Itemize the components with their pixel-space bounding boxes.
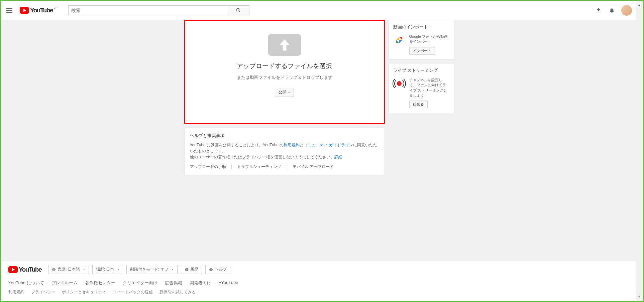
import-title: 動画のインポート — [393, 24, 449, 30]
import-card: 動画のインポート Google フォトから動画をインポート — [388, 20, 454, 60]
footer-primary-links: YouTube について プレスルーム 著作権センター クリエイター向け 広告掲… — [8, 280, 630, 286]
live-stream-icon — [393, 78, 405, 90]
terms-footer-link[interactable]: 利用規約 — [8, 289, 24, 295]
upload-subtitle: または動画ファイルをドラッグ＆ドロップします — [237, 74, 332, 81]
policy-link[interactable]: ポリシーとセキュリティ — [62, 289, 106, 295]
play-icon — [20, 7, 29, 14]
creators-link[interactable]: クリエイター向け — [123, 280, 157, 286]
upload-panel[interactable]: アップロードするファイルを選択 または動画ファイルをドラッグ＆ドロップします 公… — [184, 20, 385, 124]
mobile-upload-link[interactable]: モバイル アップロード — [293, 164, 334, 169]
press-link[interactable]: プレスルーム — [51, 280, 78, 286]
new-features-link[interactable]: 新機能を試してみる — [159, 289, 196, 295]
scroll-down-icon[interactable]: ▼ — [636, 294, 642, 300]
avatar[interactable] — [621, 5, 632, 16]
guidelines-link[interactable]: コミュニティ ガイドライン — [304, 143, 353, 147]
globe-icon — [52, 268, 56, 272]
import-text: Google フォトから動画をインポート — [409, 34, 449, 44]
import-button[interactable]: インポート — [409, 47, 435, 55]
scroll-up-icon[interactable]: ▲ — [636, 2, 642, 8]
privacy-footer-link[interactable]: プライバシー — [31, 289, 55, 295]
upload-drop-icon[interactable] — [268, 34, 301, 56]
restricted-mode-button[interactable]: 制限付きモード: オフ — [126, 265, 178, 274]
upload-icon — [596, 7, 602, 13]
about-link[interactable]: YouTube について — [8, 280, 44, 286]
menu-icon[interactable] — [6, 6, 14, 14]
help-text: YouTube に動画を公開することにより、YouTube の利用規約とコミュニ… — [190, 142, 379, 160]
history-button[interactable]: 履歴 — [181, 265, 202, 274]
upload-title: アップロードするファイルを選択 — [237, 62, 332, 70]
live-text: チャンネルを設定して、ファンに向けてライブ ストリーミングしましょう — [409, 78, 449, 98]
troubleshoot-link[interactable]: トラブルシューティング — [237, 164, 281, 169]
help-panel: ヘルプと推奨事項 YouTube に動画を公開することにより、YouTube の… — [184, 128, 385, 175]
help-links: アップロードの手順 | トラブルシューティング | モバイル アップロード — [190, 164, 379, 170]
footer: YouTube 言語: 日本語 場所: 日本 制限付きモード: オフ 履歴 ヘル… — [1, 261, 637, 301]
youtube-logo[interactable]: YouTube JP — [20, 7, 53, 14]
search-icon — [235, 7, 241, 13]
footer-logo[interactable]: YouTube — [8, 266, 41, 273]
google-photos-icon — [393, 34, 405, 46]
live-card: ライブ ストリーミング チャンネルを設定して、ファンに向けてライブ ストリーミン… — [388, 63, 454, 114]
arrow-up-icon — [276, 37, 293, 52]
help-icon — [209, 268, 213, 272]
language-button[interactable]: 言語: 日本語 — [48, 265, 89, 274]
notifications-button[interactable] — [605, 4, 619, 17]
feedback-link[interactable]: フィードバックの送信 — [113, 289, 153, 295]
privacy-label: 公開 — [279, 90, 287, 95]
help-button[interactable]: ヘルプ — [205, 265, 230, 274]
logo-region: JP — [54, 6, 58, 9]
header: YouTube JP — [1, 1, 637, 20]
search-button[interactable] — [228, 5, 249, 15]
history-icon — [185, 268, 189, 272]
upload-steps-link[interactable]: アップロードの手順 — [190, 164, 226, 169]
details-link[interactable]: 詳細 — [334, 155, 342, 159]
privacy-select[interactable]: 公開 — [275, 88, 294, 97]
developers-link[interactable]: 開発者向け — [190, 280, 211, 286]
location-button[interactable]: 場所: 日本 — [92, 265, 123, 274]
search-input[interactable] — [68, 5, 228, 15]
ads-link[interactable]: 広告掲載 — [165, 280, 182, 286]
footer-logo-text: YouTube — [19, 266, 41, 273]
main-content: アップロードするファイルを選択 または動画ファイルをドラッグ＆ドロップします 公… — [1, 20, 637, 261]
play-icon — [8, 266, 18, 273]
help-title: ヘルプと推奨事項 — [190, 133, 379, 139]
live-title: ライブ ストリーミング — [393, 67, 449, 73]
terms-link[interactable]: 利用規約 — [284, 143, 300, 147]
upload-nav-button[interactable] — [592, 4, 605, 17]
logo-text: YouTube — [30, 7, 53, 14]
footer-secondary-links: 利用規約 プライバシー ポリシーとセキュリティ フィードバックの送信 新機能を試… — [8, 289, 630, 295]
plus-youtube-link[interactable]: +YouTube — [219, 280, 238, 286]
live-start-button[interactable]: 始める — [409, 101, 428, 108]
bell-icon — [609, 7, 615, 13]
scrollbar[interactable]: ▲ ▼ — [636, 2, 642, 300]
copyright-link[interactable]: 著作権センター — [85, 280, 115, 286]
search-form — [68, 5, 249, 15]
